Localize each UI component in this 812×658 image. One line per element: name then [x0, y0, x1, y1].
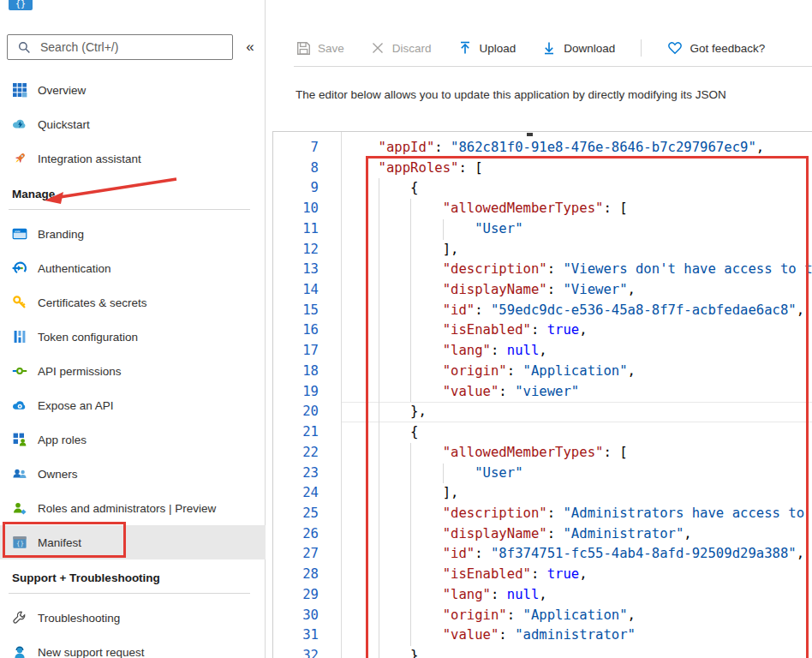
blade-braces-icon: {}: [9, 0, 33, 10]
got-feedback-button[interactable]: Got feedback?: [667, 40, 765, 56]
search-box[interactable]: [7, 34, 233, 60]
line-number: 32: [273, 646, 341, 658]
toolbar-divider: [641, 39, 642, 57]
upload-button[interactable]: Upload: [457, 40, 516, 56]
line-number: 23: [273, 464, 341, 484]
save-button[interactable]: Save: [296, 40, 344, 56]
line-number: 20: [273, 402, 341, 422]
download-button[interactable]: Download: [541, 40, 615, 56]
code-line-14[interactable]: 14"displayName": "Viewer",: [273, 280, 812, 301]
download-icon: [541, 40, 557, 56]
save-label: Save: [318, 42, 344, 55]
sidebar-item-overview[interactable]: Overview: [0, 73, 266, 107]
sidebar-item-label: App roles: [38, 434, 87, 446]
code-line-21[interactable]: 21{: [273, 422, 812, 443]
sidebar-item-authentication[interactable]: Authentication: [0, 251, 266, 285]
line-number: 10: [273, 199, 341, 219]
line-number: 16: [273, 320, 341, 341]
code-line-20[interactable]: 20},: [273, 402, 812, 422]
branding-icon: www: [12, 226, 27, 242]
sidebar-item-label: Overview: [38, 84, 86, 97]
code-line-11[interactable]: 11"User": [273, 219, 812, 240]
sidebar-item-quickstart[interactable]: Quickstart: [0, 107, 266, 141]
line-number: 31: [273, 625, 341, 646]
sidebar-item-app-roles[interactable]: App roles: [0, 422, 266, 457]
sidebar-item-roles-and-administrators-preview[interactable]: Roles and administrators | Preview: [0, 491, 266, 525]
code-line-7[interactable]: 7"appId": "862c81f0-91e8-476e-8646-b7c29…: [273, 138, 812, 159]
line-number: 18: [273, 362, 341, 382]
got-feedback-label: Got feedback?: [690, 42, 765, 55]
sidebar-item-label: New support request: [38, 646, 145, 658]
sidebar-item-certificates-secrets[interactable]: Certificates & secrets: [0, 285, 266, 320]
line-number: 17: [273, 341, 341, 362]
code-line-25[interactable]: 25"description": "Administrators have ac…: [273, 504, 812, 524]
troubleshooting-icon: [12, 610, 27, 625]
search-input[interactable]: [39, 39, 232, 55]
code-line-16[interactable]: 16"isEnabled": true,: [273, 320, 812, 341]
code-line-9[interactable]: 9{: [273, 178, 812, 199]
code-line-19[interactable]: 19"value": "viewer": [273, 382, 812, 403]
sidebar-item-integration-assistant[interactable]: Integration assistant: [0, 141, 266, 176]
code-line-18[interactable]: 18"origin": "Application",: [273, 362, 812, 382]
line-number: 27: [273, 544, 341, 565]
upload-label: Upload: [480, 42, 516, 55]
sidebar-item-label: Owners: [38, 468, 78, 481]
quickstart-icon: [12, 117, 27, 132]
code-line-8[interactable]: 8"appRoles": [: [273, 159, 812, 179]
sidebar-item-expose-an-api[interactable]: Expose an API: [0, 388, 266, 422]
code-line-31[interactable]: 31"value": "administrator": [273, 625, 812, 646]
token-configuration-icon: [12, 329, 27, 344]
line-number: 14: [273, 280, 341, 301]
section-header-manage: Manage: [0, 184, 266, 205]
sidebar-item-troubleshooting[interactable]: Troubleshooting: [0, 601, 266, 635]
section-divider: [9, 593, 250, 594]
code-line-32[interactable]: 32}: [273, 646, 812, 658]
editor-description: The editor below allows you to update th…: [296, 88, 812, 101]
code-line-15[interactable]: 15"id": "59edc9dc-e536-45a8-8f7f-acbfeda…: [273, 301, 812, 321]
line-number: 24: [273, 483, 341, 504]
sidebar-item-branding[interactable]: wwwBranding: [0, 217, 266, 251]
code-line-12[interactable]: 12],: [273, 240, 812, 260]
code-line-17[interactable]: 17"lang": null,: [273, 341, 812, 362]
code-line-22[interactable]: 22"allowedMemberTypes": [: [273, 443, 812, 464]
section-divider: [9, 209, 250, 210]
code-line-29[interactable]: 29"lang": null,: [273, 585, 812, 606]
line-number: 12: [273, 240, 341, 260]
line-number: 29: [273, 585, 341, 606]
line-number: 21: [273, 422, 341, 443]
expose-api-icon: [12, 398, 27, 413]
collapse-blade-button[interactable]: «: [241, 38, 260, 57]
line-number: 15: [273, 301, 341, 321]
line-number: 7: [273, 138, 341, 159]
code-line-23[interactable]: 23"User": [273, 464, 812, 484]
line-number: 11: [273, 219, 341, 240]
code-lines: 7"appId": "862c81f0-91e8-476e-8646-b7c29…: [273, 138, 812, 658]
sidebar-item-manifest[interactable]: {}Manifest: [0, 525, 266, 559]
code-line-26[interactable]: 26"displayName": "Administrator",: [273, 524, 812, 545]
code-line-28[interactable]: 28"isEnabled": true,: [273, 565, 812, 585]
code-line-24[interactable]: 24],: [273, 483, 812, 504]
sidebar-item-api-permissions[interactable]: API permissions: [0, 354, 266, 388]
section-header-support-troubleshooting: Support + Troubleshooting: [0, 568, 266, 589]
manifest-json-editor[interactable]: 7"appId": "862c81f0-91e8-476e-8646-b7c29…: [272, 131, 812, 658]
code-line-27[interactable]: 27"id": "8f374751-fc55-4ab4-8afd-92509d2…: [273, 544, 812, 565]
integration-assistant-icon: [12, 151, 27, 166]
manifest-icon: {}: [12, 535, 27, 550]
sidebar-item-label: Roles and administrators | Preview: [38, 502, 216, 515]
command-bar: SaveDiscardUploadDownloadGot feedback?: [296, 34, 765, 62]
sidebar-item-label: Troubleshooting: [38, 612, 120, 625]
code-line-13[interactable]: 13"description": "Viewers don't have acc…: [273, 260, 812, 280]
sidebar-item-label: Integration assistant: [38, 153, 141, 165]
sidebar-item-label: Expose an API: [38, 399, 114, 412]
sidebar-item-token-configuration[interactable]: Token configuration: [0, 320, 266, 354]
clipped-line-fragment: [527, 133, 533, 136]
authentication-icon: [12, 260, 27, 276]
code-line-10[interactable]: 10"allowedMemberTypes": [: [273, 199, 812, 219]
app-roles-icon: [12, 432, 27, 447]
sidebar-item-owners[interactable]: Owners: [0, 457, 266, 491]
command-bar-divider: [294, 66, 812, 67]
code-line-30[interactable]: 30"origin": "Application",: [273, 606, 812, 626]
sidebar-item-new-support-request[interactable]: New support request: [0, 635, 266, 658]
discard-button[interactable]: Discard: [370, 40, 432, 56]
download-label: Download: [564, 42, 615, 55]
